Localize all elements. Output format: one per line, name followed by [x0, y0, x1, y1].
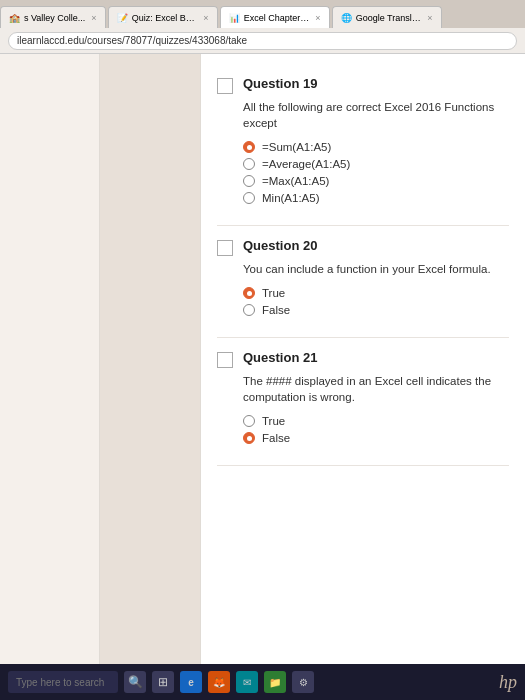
q20-option-1[interactable]: True — [243, 287, 509, 299]
q19-radio-3[interactable] — [243, 175, 255, 187]
q20-option-2[interactable]: False — [243, 304, 509, 316]
tab-close-college[interactable]: × — [91, 13, 96, 23]
q20-radio-2[interactable] — [243, 304, 255, 316]
q19-radio-1[interactable] — [243, 141, 255, 153]
taskbar: 🔍 ⊞ e 🦊 ✉ 📁 ⚙ hp — [0, 664, 525, 700]
q19-option-1[interactable]: =Sum(A1:A5) — [243, 141, 509, 153]
q19-radio-4[interactable] — [243, 192, 255, 204]
q21-radio-1[interactable] — [243, 415, 255, 427]
tab-close-quiz[interactable]: × — [203, 13, 208, 23]
main-content: Question 19 All the following are correc… — [200, 54, 525, 664]
page-wrapper: Question 19 All the following are correc… — [0, 54, 525, 664]
question-20-block: Question 20 You can include a function i… — [217, 226, 509, 338]
q19-option-2[interactable]: =Average(A1:A5) — [243, 158, 509, 170]
q19-label-2: =Average(A1:A5) — [262, 158, 350, 170]
q21-label-2: False — [262, 432, 290, 444]
question-19-body: Question 19 All the following are correc… — [243, 76, 509, 209]
tab-quiz[interactable]: 📝 Quiz: Excel Basics Test × — [108, 6, 218, 28]
question-21-text: The #### displayed in an Excel cell indi… — [243, 373, 509, 405]
question-19-text: All the following are correct Excel 2016… — [243, 99, 509, 131]
q20-label-2: False — [262, 304, 290, 316]
tab-excel-chapter[interactable]: 📊 Excel Chapter 1: End-of-Chapter × — [220, 6, 330, 28]
question-20-flag[interactable] — [217, 240, 233, 256]
q21-option-2[interactable]: False — [243, 432, 509, 444]
question-19-title: Question 19 — [243, 76, 509, 91]
q21-label-1: True — [262, 415, 285, 427]
question-20-text: You can include a function in your Excel… — [243, 261, 509, 277]
address-bar — [0, 28, 525, 54]
question-20-title: Question 20 — [243, 238, 509, 253]
q19-option-3[interactable]: =Max(A1:A5) — [243, 175, 509, 187]
tab-college[interactable]: 🏫 s Valley Colle... × — [0, 6, 106, 28]
taskbar-file-icon[interactable]: 📁 — [264, 671, 286, 693]
tab-translate[interactable]: 🌐 Google Translate × — [332, 6, 442, 28]
q20-label-1: True — [262, 287, 285, 299]
q19-label-3: =Max(A1:A5) — [262, 175, 329, 187]
tab-close-translate[interactable]: × — [427, 13, 432, 23]
question-19-block: Question 19 All the following are correc… — [217, 64, 509, 226]
tab-close-excel[interactable]: × — [315, 13, 320, 23]
q20-radio-1[interactable] — [243, 287, 255, 299]
taskbar-search-input[interactable] — [8, 671, 118, 693]
taskbar-settings-icon[interactable]: ⚙ — [292, 671, 314, 693]
taskbar-firefox-icon[interactable]: 🦊 — [208, 671, 230, 693]
question-21-title: Question 21 — [243, 350, 509, 365]
question-20-body: Question 20 You can include a function i… — [243, 238, 509, 321]
taskbar-edge-icon[interactable]: e — [180, 671, 202, 693]
q19-radio-2[interactable] — [243, 158, 255, 170]
taskbar-mail-icon[interactable]: ✉ — [236, 671, 258, 693]
q21-option-1[interactable]: True — [243, 415, 509, 427]
q19-label-1: =Sum(A1:A5) — [262, 141, 331, 153]
address-input[interactable] — [8, 32, 517, 50]
sidebar — [0, 54, 100, 664]
q19-option-4[interactable]: Min(A1:A5) — [243, 192, 509, 204]
browser-tabs: 🏫 s Valley Colle... × 📝 Quiz: Excel Basi… — [0, 0, 525, 28]
question-21-block: Question 21 The #### displayed in an Exc… — [217, 338, 509, 466]
question-21-body: Question 21 The #### displayed in an Exc… — [243, 350, 509, 449]
q21-radio-2[interactable] — [243, 432, 255, 444]
q19-label-4: Min(A1:A5) — [262, 192, 320, 204]
question-21-flag[interactable] — [217, 352, 233, 368]
hp-logo: hp — [499, 672, 517, 693]
question-19-flag[interactable] — [217, 78, 233, 94]
taskbar-cortana-icon[interactable]: 🔍 — [124, 671, 146, 693]
taskbar-start-icon[interactable]: ⊞ — [152, 671, 174, 693]
